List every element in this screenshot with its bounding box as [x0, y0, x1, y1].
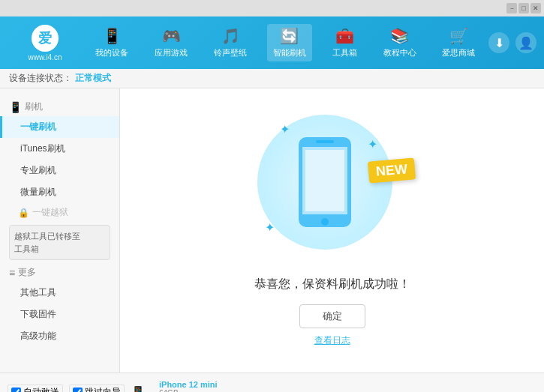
skip-wizard-label: 跳过向导	[85, 386, 121, 392]
phone-svg	[295, 133, 355, 231]
close-button[interactable]: ✕	[530, 3, 541, 13]
auto-detect-checkbox-label[interactable]: 自动敢送	[8, 385, 63, 392]
logo-icon: 爱	[32, 25, 59, 52]
sidebar-section-flash: 📱 刷机	[0, 97, 119, 116]
svg-point-2	[321, 218, 329, 226]
sparkle-1: ✦	[280, 122, 290, 136]
new-badge: NEW	[367, 157, 415, 183]
mall-icon: 🛒	[449, 27, 468, 45]
sidebar-item-micro-flash[interactable]: 微量刷机	[0, 181, 119, 203]
logo-text: www.i4.cn	[28, 53, 62, 61]
minimize-button[interactable]: －	[506, 3, 517, 13]
advanced-label: 高级功能	[20, 331, 56, 341]
nav-apps-games[interactable]: 🎮 应用游戏	[149, 24, 194, 61]
sidebar-item-advanced[interactable]: 高级功能	[0, 325, 119, 347]
auto-detect-label: 自动敢送	[23, 386, 59, 392]
nav-tutorial-label: 教程中心	[383, 47, 416, 58]
sidebar: 📱 刷机 一键刷机 iTunes刷机 专业刷机 微量刷机 🔒 一键越狱 越狱工具…	[0, 88, 120, 373]
smart-flash-icon: 🔄	[280, 27, 299, 45]
device-phone-icon: 📱	[131, 385, 146, 392]
nav-my-device-label: 我的设备	[95, 47, 128, 58]
success-message: 恭喜您，保资料刷机成功啦！	[254, 277, 410, 292]
jailbreak-note-text: 越狱工具已转移至工具箱	[14, 232, 80, 253]
nav-smart-flash-label: 智能刷机	[273, 47, 306, 58]
device-name: iPhone 12 mini	[159, 380, 220, 389]
title-bar: － □ ✕	[0, 0, 544, 16]
nav-toolbox-label: 工具箱	[332, 47, 357, 58]
sidebar-item-download-firmware[interactable]: 下载固件	[0, 304, 119, 325]
download-button[interactable]: ⬇	[488, 32, 509, 53]
view-log-link[interactable]: 查看日志	[314, 334, 350, 347]
jailbreak-note: 越狱工具已转移至工具箱	[9, 225, 110, 260]
micro-flash-label: 微量刷机	[20, 187, 56, 197]
sidebar-section-jailbreak-disabled: 🔒 一键越狱	[0, 203, 119, 222]
status-label: 设备连接状态：	[9, 72, 72, 85]
my-device-icon: 📱	[103, 27, 122, 45]
download-firmware-label: 下载固件	[20, 309, 56, 319]
sidebar-item-pro-flash[interactable]: 专业刷机	[0, 160, 119, 181]
flash-section-icon: 📱	[9, 101, 22, 113]
toolbox-icon: 🧰	[335, 27, 354, 45]
main-layout: 📱 刷机 一键刷机 iTunes刷机 专业刷机 微量刷机 🔒 一键越狱 越狱工具…	[0, 88, 544, 373]
sidebar-item-one-key-flash[interactable]: 一键刷机	[0, 116, 119, 138]
flash-section-label: 刷机	[25, 100, 43, 113]
sparkle-2: ✦	[368, 137, 377, 151]
more-section-icon: ≡	[9, 267, 15, 279]
user-button[interactable]: 👤	[515, 32, 536, 53]
nav-mall-label: 爱思商城	[442, 47, 475, 58]
header: 爱 www.i4.cn 📱 我的设备 🎮 应用游戏 🎵 铃声壁纸 🔄 智能刷机 …	[0, 16, 544, 69]
nav-toolbox[interactable]: 🧰 工具箱	[326, 24, 363, 61]
content-area: ✦ ✦ ✦ NEW 恭喜您，保资料刷机成功啦！ 确定 查看日志	[120, 88, 544, 373]
nav-apps-games-label: 应用游戏	[155, 47, 188, 58]
device-bar: 自动敢送 跳过向导 📱 iPhone 12 mini 64GB Down-12m…	[0, 373, 544, 392]
lock-icon: 🔒	[18, 208, 29, 218]
one-key-flash-label: 一键刷机	[20, 121, 56, 132]
pro-flash-label: 专业刷机	[20, 165, 56, 175]
skip-wizard-checkbox-label[interactable]: 跳过向导	[69, 385, 125, 392]
device-info: iPhone 12 mini 64GB Down-12mini-13,1	[159, 380, 220, 393]
nav-smart-flash[interactable]: 🔄 智能刷机	[267, 24, 312, 61]
itunes-flash-label: iTunes刷机	[20, 143, 65, 154]
sidebar-item-itunes-flash[interactable]: iTunes刷机	[0, 138, 119, 160]
svg-rect-4	[305, 150, 344, 211]
nav-ringtone-label: 铃声壁纸	[214, 47, 247, 58]
new-badge-text: NEW	[375, 161, 408, 179]
ringtone-icon: 🎵	[221, 27, 240, 45]
nav-tutorial[interactable]: 📚 教程中心	[377, 24, 422, 61]
logo-area: 爱 www.i4.cn	[8, 25, 83, 61]
sidebar-section-more: ≡ 更多	[0, 263, 119, 282]
status-value: 正常模式	[75, 72, 111, 85]
apps-games-icon: 🎮	[162, 27, 181, 45]
confirm-button[interactable]: 确定	[299, 304, 365, 328]
nav-bar: 📱 我的设备 🎮 应用游戏 🎵 铃声壁纸 🔄 智能刷机 🧰 工具箱 📚 教程中心…	[83, 24, 488, 61]
svg-rect-3	[316, 140, 334, 143]
nav-my-device[interactable]: 📱 我的设备	[89, 24, 134, 61]
jailbreak-label: 一键越狱	[32, 206, 68, 219]
sidebar-item-other-tools[interactable]: 其他工具	[0, 282, 119, 304]
status-bar: 设备连接状态： 正常模式	[0, 69, 544, 88]
sparkle-3: ✦	[265, 220, 275, 235]
success-illustration: ✦ ✦ ✦ NEW	[257, 115, 407, 265]
other-tools-label: 其他工具	[20, 287, 56, 298]
device-storage: 64GB	[159, 389, 220, 393]
nav-ringtone-wallpaper[interactable]: 🎵 铃声壁纸	[208, 24, 253, 61]
nav-mall[interactable]: 🛒 爱思商城	[436, 24, 481, 61]
more-section-label: 更多	[18, 266, 36, 279]
maximize-button[interactable]: □	[518, 3, 529, 13]
skip-wizard-checkbox[interactable]	[73, 388, 83, 392]
auto-detect-checkbox[interactable]	[11, 388, 21, 392]
tutorial-icon: 📚	[390, 27, 409, 45]
nav-right-buttons: ⬇ 👤	[488, 32, 536, 53]
